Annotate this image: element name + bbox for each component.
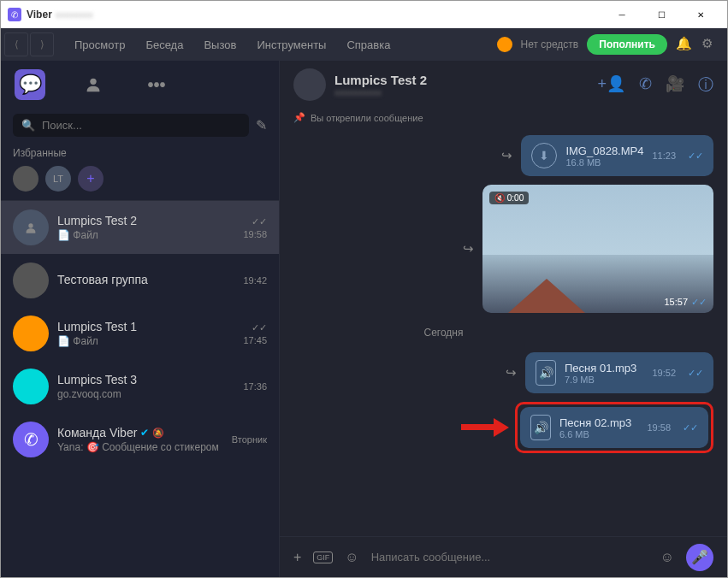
favorite-avatar[interactable]: LT [45,166,71,192]
verified-icon: ✔ [140,427,149,439]
favorite-avatar[interactable] [13,166,38,192]
muted-icon: 🔕 [152,428,164,439]
balance-text: Нет средств [521,38,579,50]
search-box[interactable]: 🔍 [13,114,249,137]
chat-name: Lumpics Test 3 [57,373,137,386]
message-input[interactable] [371,551,648,563]
emoji-icon[interactable]: ☺ [660,550,674,565]
audio-file-icon: 🔊 [536,360,556,386]
forward-icon[interactable]: ↪ [463,241,474,257]
chat-preview: 📄 Файл [57,229,234,241]
chat-item[interactable]: Тестовая группа 19:42 [1,254,279,307]
annotation-arrow [461,418,509,437]
chat-item[interactable]: Lumpics Test 1 📄 Файл ✓✓17:45 [1,307,279,360]
add-favorite-button[interactable]: + [78,166,104,192]
avatar [13,262,49,298]
video-call-icon[interactable]: 🎥 [666,74,684,95]
chat-time: 17:45 [243,335,267,345]
pinned-bar: 📌 Вы открепили сообщение [280,109,727,130]
download-icon[interactable]: ⬇ [531,143,557,168]
chat-item[interactable]: Lumpics Test 2 📄 Файл ✓✓19:58 [1,201,279,254]
add-user-icon[interactable]: +👤 [597,74,625,95]
file-message[interactable]: 🔊 Песня 02.mp3 6.6 MB 19:58 ✓✓ [520,407,708,448]
tab-contacts-icon[interactable] [78,69,109,100]
chat-time: 19:42 [243,275,267,286]
settings-icon[interactable]: ⚙ [701,36,719,53]
file-size: 7.9 MB [565,375,643,385]
message-time: 19:52 [652,368,676,378]
tab-chats-icon[interactable]: 💬 [15,69,45,100]
menu-help[interactable]: Справка [338,35,399,55]
chat-item[interactable]: ✆ Команда Viber ✔ 🔕 Yana: 🎯 Сообщение со… [1,413,279,466]
header-name: Lumpics Test 2 [334,73,589,87]
chat-item[interactable]: Lumpics Test 3 go.zvooq.com 17:36 [1,360,279,413]
info-icon[interactable]: ⓘ [698,74,713,95]
file-message[interactable]: 🔊 Песня 01.mp3 7.9 MB 19:52 ✓✓ [525,352,713,393]
app-icon: ✆ [8,8,21,21]
header-avatar[interactable] [293,68,326,101]
chat-name: Lumpics Test 1 [57,320,137,333]
read-status-icon: ✓✓ [688,150,703,162]
chat-name: Lumpics Test 2 [57,214,137,227]
messages-area: ↪ ⬇ IMG_0828.MP4 16.8 MB 11:23 ✓✓ ↪ [280,130,727,536]
audio-file-icon: 🔊 [530,415,551,440]
avatar: ✆ [13,422,49,457]
favorites-label: Избранные [1,142,279,162]
search-input[interactable] [42,119,240,132]
pinned-text: Вы открепили сообщение [311,113,423,123]
highlighted-message: 🔊 Песня 02.mp3 6.6 MB 19:58 ✓✓ [515,402,713,453]
menu-call[interactable]: Вызов [195,35,245,55]
window-subtitle: xxxxxxxx [56,9,93,20]
mic-button[interactable]: 🎤 [686,544,713,571]
svg-point-1 [28,223,33,227]
close-button[interactable]: ✕ [681,1,720,28]
file-size: 16.8 MB [565,157,643,168]
file-name: Песня 01.mp3 [565,362,643,375]
nav-back-button[interactable]: ⟨ [4,32,28,56]
date-separator: Сегодня [293,321,594,344]
read-status-icon: ✓✓ [252,322,267,333]
video-message[interactable]: 🔇 0:00 15:57✓✓ [482,185,713,313]
chat-header: Lumpics Test 2 xxxxxxxxxx +👤 ✆ 🎥 ⓘ [280,61,727,109]
chat-name: Команда Viber [57,426,137,439]
file-message[interactable]: ⬇ IMG_0828.MP4 16.8 MB 11:23 ✓✓ [521,135,713,176]
read-status-icon: ✓✓ [683,422,698,434]
file-name: Песня 02.mp3 [559,416,638,429]
file-size: 6.6 MB [559,429,638,439]
menu-chat[interactable]: Беседа [137,35,192,55]
nav-forward-button[interactable]: ⟩ [30,32,54,56]
avatar [13,209,49,245]
gif-icon[interactable]: GIF [313,551,333,563]
avatar [13,316,49,351]
minimize-button[interactable]: ─ [602,1,642,28]
sidebar: 💬 ••• 🔍 ✎ Избранные LT + [1,61,280,577]
bell-icon[interactable]: 🔔 [676,36,693,53]
menu-view[interactable]: Просмотр [66,35,133,55]
attach-icon[interactable]: + [293,550,301,565]
chat-name: Тестовая группа [57,273,148,286]
chat-time: 17:36 [243,381,267,392]
read-status-icon: ✓✓ [691,297,707,307]
search-icon: 🔍 [21,119,35,132]
chat-preview: 📄 Файл [57,335,234,347]
window-title: Viber [27,9,52,21]
chat-preview: go.zvooq.com [57,388,234,400]
menu-tools[interactable]: Инструменты [248,35,334,55]
voice-call-icon[interactable]: ✆ [639,74,652,95]
chat-time: Вторник [232,434,267,445]
message-time: 11:23 [652,150,676,161]
tab-more-icon[interactable]: ••• [141,69,172,100]
read-status-icon: ✓✓ [252,216,267,227]
forward-icon[interactable]: ↪ [501,148,512,163]
app-window: ✆ Viber xxxxxxxx ─ ☐ ✕ ⟨ ⟩ Просмотр Бесе… [0,0,728,578]
composer: + GIF ☺ ☺ 🎤 [280,536,727,577]
forward-icon[interactable]: ↪ [506,365,517,380]
compose-icon[interactable]: ✎ [256,117,267,133]
sticker-icon[interactable]: ☺ [345,550,358,565]
maximize-button[interactable]: ☐ [642,1,681,28]
menubar: ⟨ ⟩ Просмотр Беседа Вызов Инструменты Сп… [1,28,727,61]
chat-preview: Yana: 🎯 Сообщение со стикером [57,441,223,453]
topup-button[interactable]: Пополнить [587,34,667,55]
message-time: 19:58 [647,422,671,433]
header-status: xxxxxxxxxx [334,87,589,97]
